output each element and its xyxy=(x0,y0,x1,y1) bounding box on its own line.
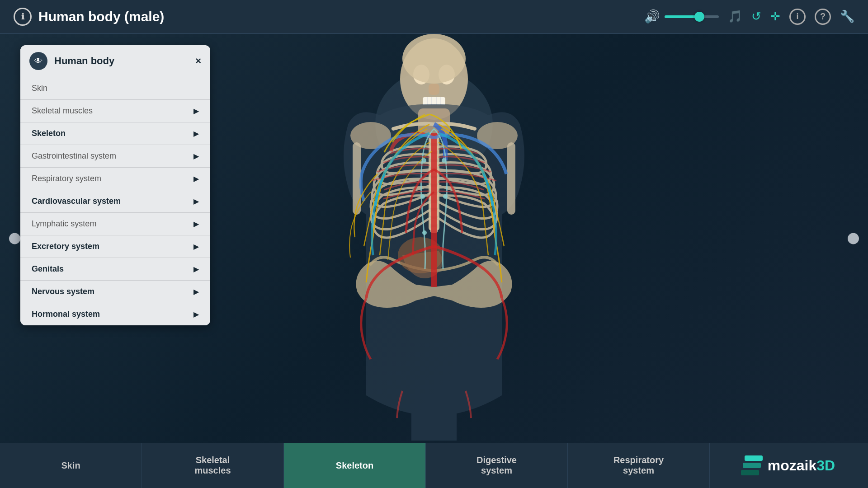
menu-item-nervous[interactable]: Nervous system ▶ xyxy=(20,281,210,303)
tab-skin-label: Skin xyxy=(61,460,80,471)
tab-skeletal-muscles-label: Skeletalmuscles xyxy=(194,455,231,476)
menu-eye-icon: 👁 xyxy=(29,52,47,70)
info-button[interactable]: i xyxy=(789,9,806,25)
tab-skeletal-muscles[interactable]: Skeletalmuscles xyxy=(142,443,284,488)
menu-arrow-cardiovascular: ▶ xyxy=(193,197,199,206)
menu-item-hormonal[interactable]: Hormonal system ▶ xyxy=(20,303,210,325)
menu-item-label-skeleton: Skeleton xyxy=(32,129,66,138)
menu-item-gastrointestinal[interactable]: Gastrointestinal system ▶ xyxy=(20,145,210,168)
volume-slider-fill xyxy=(665,15,697,18)
menu-item-respiratory[interactable]: Respiratory system ▶ xyxy=(20,168,210,190)
mozaik-word: mozaik xyxy=(768,457,816,474)
menu-item-label-excretory: Excretory system xyxy=(32,242,99,251)
menu-item-genitals[interactable]: Genitals ▶ xyxy=(20,258,210,281)
app-header: ℹ Human body (male) 🔊 🎵 ↺ ✛ i ? 🔧 xyxy=(0,0,868,34)
menu-item-excretory[interactable]: Excretory system ▶ xyxy=(20,235,210,258)
svg-point-30 xyxy=(422,158,426,163)
tab-digestive-label: Digestivesystem xyxy=(476,455,517,476)
mozaik-logo: mozaik3D xyxy=(710,443,868,488)
menu-item-label-skeletal-muscles: Skeletal muscles xyxy=(32,106,93,116)
menu-arrow-skeleton: ▶ xyxy=(193,129,199,138)
menu-arrow-skeletal-muscles: ▶ xyxy=(193,107,199,115)
logo-layer-mid xyxy=(743,463,761,468)
header-left: ℹ Human body (male) xyxy=(14,8,164,26)
menu-item-label-gastrointestinal: Gastrointestinal system xyxy=(32,151,116,161)
tab-digestive[interactable]: Digestivesystem xyxy=(426,443,568,488)
menu-item-skin[interactable]: Skin xyxy=(20,77,210,100)
menu-arrow-genitals: ▶ xyxy=(193,265,199,273)
svg-point-33 xyxy=(443,194,448,199)
move-button[interactable]: ✛ xyxy=(770,9,780,23)
bottom-navigation-bar: Skin Skeletalmuscles Skeleton Digestives… xyxy=(0,443,868,488)
reset-button[interactable]: ↺ xyxy=(751,9,761,23)
menu-panel: 👁 Human body × Skin Skeletal muscles ▶ S… xyxy=(20,45,210,325)
music-button[interactable]: 🎵 xyxy=(728,9,742,23)
volume-knob xyxy=(694,12,704,22)
mozaik-brand-text: mozaik3D xyxy=(768,457,835,474)
svg-point-31 xyxy=(442,158,446,163)
volume-icon: 🔊 xyxy=(644,9,660,24)
mozaik-3d-suffix: 3D xyxy=(816,457,835,474)
menu-item-label-genitals: Genitals xyxy=(32,264,64,274)
tab-skeleton-label: Skeleton xyxy=(336,460,373,471)
header-controls: 🔊 🎵 ↺ ✛ i ? 🔧 xyxy=(644,9,854,25)
logo-layer-top xyxy=(745,455,763,461)
menu-header: 👁 Human body × xyxy=(20,45,210,77)
menu-item-label-nervous: Nervous system xyxy=(32,287,94,296)
volume-slider[interactable] xyxy=(665,15,719,18)
main-content: 👁 Human body × Skin Skeletal muscles ▶ S… xyxy=(0,34,868,443)
tab-skeleton[interactable]: Skeleton xyxy=(284,443,426,488)
tab-respiratory-label: Respiratorysystem xyxy=(613,455,664,476)
menu-item-skeleton[interactable]: Skeleton ▶ xyxy=(20,122,210,145)
svg-point-4 xyxy=(402,34,466,84)
menu-item-label-respiratory: Respiratory system xyxy=(32,174,101,183)
svg-point-34 xyxy=(422,230,427,235)
logo-layer-bot xyxy=(741,470,759,475)
tab-skin[interactable]: Skin xyxy=(0,443,142,488)
svg-rect-28 xyxy=(507,142,515,215)
menu-arrow-excretory: ▶ xyxy=(193,242,199,251)
mozaik-logo-icon xyxy=(743,455,761,475)
menu-item-label-cardiovascular: Cardiovascular system xyxy=(32,197,121,206)
menu-item-label-lymphatic: Lymphatic system xyxy=(32,219,96,229)
menu-item-label-hormonal: Hormonal system xyxy=(32,310,100,319)
menu-arrow-nervous: ▶ xyxy=(193,287,199,296)
menu-arrow-hormonal: ▶ xyxy=(193,310,199,319)
svg-point-32 xyxy=(420,194,425,199)
svg-rect-5 xyxy=(429,84,439,95)
tab-respiratory[interactable]: Respiratorysystem xyxy=(568,443,710,488)
menu-item-cardiovascular[interactable]: Cardiovascular system ▶ xyxy=(20,190,210,213)
help-button[interactable]: ? xyxy=(815,9,831,25)
menu-arrow-lymphatic: ▶ xyxy=(193,220,199,228)
menu-item-lymphatic[interactable]: Lymphatic system ▶ xyxy=(20,213,210,235)
volume-control: 🔊 xyxy=(644,9,719,24)
menu-close-button[interactable]: × xyxy=(195,55,201,67)
settings-button[interactable]: 🔧 xyxy=(840,9,854,23)
menu-item-label-skin: Skin xyxy=(32,84,47,93)
header-info-icon[interactable]: ℹ xyxy=(14,8,32,26)
app-title: Human body (male) xyxy=(38,9,164,24)
menu-item-skeletal-muscles[interactable]: Skeletal muscles ▶ xyxy=(20,100,210,122)
menu-title: Human body xyxy=(54,55,189,67)
menu-arrow-gastrointestinal: ▶ xyxy=(193,152,199,160)
menu-arrow-respiratory: ▶ xyxy=(193,174,199,183)
